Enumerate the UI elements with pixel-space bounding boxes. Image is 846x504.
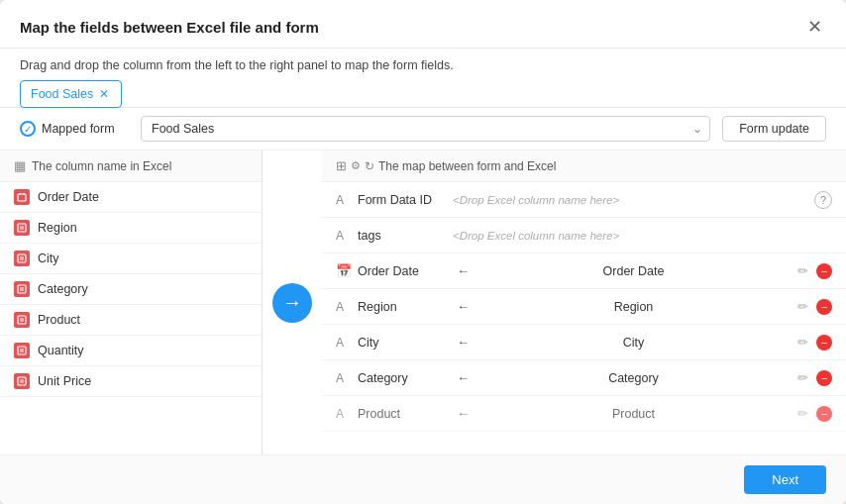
field-type-label: A bbox=[336, 407, 352, 421]
field-type-icon bbox=[14, 373, 30, 389]
mapped-form-row: ✓ Mapped form Food Sales ⌄ Form update bbox=[0, 108, 846, 151]
field-type-icon bbox=[14, 281, 30, 297]
list-item[interactable]: Region bbox=[0, 213, 262, 244]
dialog-description: Drag and drop the column from the left t… bbox=[0, 49, 846, 80]
map-row: 📅 Order Date ← Order Date ✏ − bbox=[322, 253, 846, 289]
tabs-bar: Food Sales ✕ bbox=[0, 80, 846, 108]
right-panel-header: ⊞ ⚙ ↻ The map between form and Excel bbox=[322, 151, 846, 182]
left-panel-header: ▦ The column name in Excel bbox=[0, 151, 262, 182]
edit-icon[interactable]: ✏ bbox=[797, 299, 808, 314]
edit-icon[interactable]: ✏ bbox=[797, 406, 808, 421]
arrow-right-icon: → bbox=[282, 291, 302, 314]
remove-icon[interactable]: − bbox=[816, 299, 832, 315]
remove-icon[interactable]: − bbox=[816, 335, 832, 351]
map-row: A City ← City ✏ − bbox=[322, 325, 846, 360]
form-update-button[interactable]: Form update bbox=[722, 116, 826, 142]
settings-icon: ⚙ bbox=[351, 159, 361, 172]
field-type-label: A bbox=[336, 371, 352, 385]
list-item[interactable]: Quantity bbox=[0, 336, 262, 366]
right-panel: ⊞ ⚙ ↻ The map between form and Excel A F… bbox=[322, 151, 846, 454]
svg-rect-0 bbox=[18, 194, 26, 201]
tab-label: Food Sales bbox=[31, 87, 93, 101]
field-type-icon bbox=[14, 312, 30, 328]
map-row: A Region ← Region ✏ − bbox=[322, 289, 846, 325]
list-item[interactable]: Category bbox=[0, 274, 262, 305]
map-arrow-button[interactable]: → bbox=[272, 283, 312, 323]
close-icon: ✕ bbox=[807, 17, 822, 37]
remove-icon[interactable]: − bbox=[816, 370, 832, 386]
help-icon[interactable]: ? bbox=[814, 191, 832, 209]
field-type-icon bbox=[14, 343, 30, 358]
svg-rect-15 bbox=[18, 347, 26, 354]
left-arrow-icon: ← bbox=[457, 263, 470, 278]
dialog-header: Map the fields between Excel file and fo… bbox=[0, 0, 846, 49]
left-column-list: Order Date Region City bbox=[0, 182, 262, 454]
field-type-label: A bbox=[336, 300, 352, 314]
map-row: A tags <Drop Excel column name here> bbox=[322, 218, 846, 253]
remove-icon[interactable]: − bbox=[816, 406, 832, 422]
close-button[interactable]: ✕ bbox=[803, 16, 826, 38]
field-type-icon bbox=[14, 251, 30, 266]
edit-icon[interactable]: ✏ bbox=[797, 335, 808, 350]
map-row: A Form Data ID <Drop Excel column name h… bbox=[322, 182, 846, 218]
mapped-form-label: ✓ Mapped form bbox=[20, 121, 129, 137]
form-select-wrapper: Food Sales ⌄ bbox=[141, 116, 710, 142]
map-fields-dialog: Map the fields between Excel file and fo… bbox=[0, 0, 846, 504]
edit-icon[interactable]: ✏ bbox=[797, 263, 808, 278]
form-select[interactable]: Food Sales bbox=[141, 116, 710, 142]
svg-rect-9 bbox=[18, 285, 26, 293]
map-row: A Category ← Category ✏ − bbox=[322, 360, 846, 396]
arrow-center: → bbox=[263, 151, 322, 454]
right-field-list: A Form Data ID <Drop Excel column name h… bbox=[322, 182, 846, 454]
left-arrow-icon: ← bbox=[457, 370, 470, 385]
svg-rect-3 bbox=[18, 224, 26, 232]
mapped-check-icon: ✓ bbox=[20, 121, 36, 137]
field-type-label: A bbox=[336, 193, 352, 207]
left-panel: ▦ The column name in Excel Order Date Re… bbox=[0, 151, 263, 454]
field-type-label: A bbox=[336, 229, 352, 243]
left-arrow-icon: ← bbox=[457, 406, 470, 421]
table-icon: ⊞ bbox=[336, 158, 347, 173]
remove-icon[interactable]: − bbox=[816, 263, 832, 279]
calendar-icon: 📅 bbox=[336, 263, 352, 278]
list-item[interactable]: Order Date bbox=[0, 182, 262, 213]
svg-rect-12 bbox=[18, 316, 26, 324]
field-type-icon bbox=[14, 220, 30, 236]
edit-icon[interactable]: ✏ bbox=[797, 370, 808, 385]
map-row: A Product ← Product ✏ − bbox=[322, 396, 846, 432]
dialog-title: Map the fields between Excel file and fo… bbox=[20, 19, 319, 36]
refresh-icon: ↻ bbox=[365, 159, 374, 173]
dialog-footer: Next bbox=[0, 454, 846, 504]
tab-close-icon[interactable]: ✕ bbox=[99, 88, 109, 100]
svg-rect-18 bbox=[18, 377, 26, 385]
tab-food-sales[interactable]: Food Sales ✕ bbox=[20, 80, 122, 108]
list-item[interactable]: Product bbox=[0, 305, 262, 336]
list-item[interactable]: City bbox=[0, 244, 262, 274]
main-content: ▦ The column name in Excel Order Date Re… bbox=[0, 151, 846, 454]
field-type-icon bbox=[14, 189, 30, 205]
svg-rect-6 bbox=[18, 254, 26, 262]
list-item[interactable]: Unit Price bbox=[0, 366, 262, 397]
left-arrow-icon: ← bbox=[457, 299, 470, 314]
next-button[interactable]: Next bbox=[744, 465, 826, 494]
field-type-label: A bbox=[336, 336, 352, 350]
table-icon: ▦ bbox=[14, 158, 26, 173]
left-arrow-icon: ← bbox=[457, 335, 470, 350]
